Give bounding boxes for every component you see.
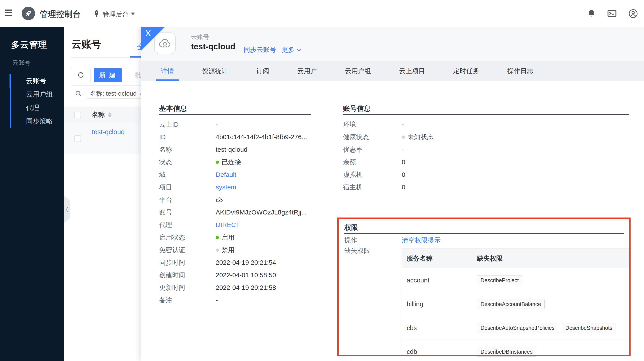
tab-订阅[interactable]: 订阅 (256, 61, 269, 81)
info-row: 健康状态未知状态 (343, 131, 629, 143)
service-name: cbs (402, 324, 476, 332)
info-value-link[interactable]: Default (216, 171, 236, 178)
tab-云用户[interactable]: 云用户 (297, 61, 317, 81)
sidebar-collapse-handle[interactable] (64, 196, 70, 223)
info-row: 环境- (343, 118, 629, 131)
info-label: 环境 (343, 120, 402, 129)
info-value: 禁用 (216, 246, 234, 255)
refresh-icon (77, 71, 85, 79)
topbar: 管理控制台 管理后台 (0, 0, 644, 27)
account-sub-value: - (92, 139, 125, 146)
tab-云上项目[interactable]: 云上项目 (399, 61, 425, 81)
tab-操作日志[interactable]: 操作日志 (507, 61, 533, 81)
info-label: 备注 (159, 296, 216, 305)
info-row: 更新时间2022-04-19 20:21:58 (159, 281, 311, 294)
permission-tag: DescribeDBInstances (477, 347, 536, 357)
account-avatar (154, 32, 176, 54)
account-info-title: 账号信息 (343, 104, 371, 113)
permission-row-billing: billingDescribeAccountBalance (402, 292, 629, 316)
user-avatar-icon[interactable] (628, 9, 638, 18)
permission-tags: DescribeDBInstances (476, 347, 629, 357)
info-row: 账号AKIDvf9MJzOWOzJL8gz4tRjj... (159, 206, 311, 219)
permission-tags: DescribeAccountBalance (476, 299, 629, 309)
sidebar-item-云用户组[interactable]: 云用户组 (0, 88, 64, 101)
page-title: 云账号 (72, 38, 101, 51)
detail-title: test-qcloud (191, 42, 236, 51)
close-icon[interactable]: X (145, 28, 151, 38)
permission-tags: DescribeAutoSnapshotPoliciesDescribeSnap… (476, 323, 629, 333)
cloud-icon (216, 197, 224, 203)
service-name: account (402, 277, 476, 284)
info-label: 项目 (159, 183, 216, 192)
info-value: test-qcloud (216, 146, 248, 153)
sync-account-link[interactable]: 同步云账号 (244, 45, 276, 54)
info-value: - (216, 297, 218, 304)
info-row: 状态已连接 (159, 156, 311, 168)
info-row: 项目system (159, 181, 311, 193)
info-row: 名称test-qcloud (159, 143, 311, 156)
info-value: 2022-04-19 20:21:58 (216, 284, 276, 291)
info-label: 更新时间 (159, 283, 216, 292)
rocket-logo-icon (24, 9, 32, 17)
tab-云用户组[interactable]: 云用户组 (345, 61, 371, 81)
clear-permission-hint-link[interactable]: 清空权限提示 (402, 236, 441, 245)
permissions-rule (344, 233, 624, 234)
info-value: 已连接 (216, 158, 241, 167)
basic-info-rule (159, 114, 311, 115)
create-button[interactable]: 新 建 (94, 68, 122, 82)
info-value-link[interactable]: system (216, 184, 236, 191)
info-value-link[interactable]: DIRECT (216, 221, 240, 229)
active-indicator (10, 74, 11, 88)
name-column-header[interactable]: 名称 (92, 110, 105, 119)
menu-icon[interactable] (5, 9, 12, 17)
info-label: 同步时间 (159, 258, 216, 267)
info-row: 优惠率- (343, 143, 629, 156)
info-row: 宿主机0 (343, 181, 629, 193)
info-value: - (216, 121, 218, 128)
info-label: 域 (159, 170, 216, 179)
sidebar-group-label[interactable]: 云账号 (12, 59, 30, 67)
sidebar-nav: 云账号云用户组代理同步策略 (0, 74, 64, 128)
tab-资源统计[interactable]: 资源统计 (202, 61, 228, 81)
sidebar-title: 多云管理 (11, 39, 48, 51)
detail-tabbar: 详情资源统计订阅云用户云用户组云上项目定时任务操作日志 (141, 61, 644, 81)
tab-定时任务[interactable]: 定时任务 (453, 61, 479, 81)
chevron-down-icon (297, 48, 302, 51)
workspace-rocket-icon (93, 9, 100, 18)
info-label: 宿主机 (343, 183, 402, 192)
workspace-switcher[interactable]: 管理后台 (103, 10, 129, 19)
row-checkbox[interactable] (74, 135, 81, 142)
info-value: 2022-04-01 10:58:50 (216, 271, 276, 279)
info-value: 4b01c144-14f2-4b1f-8fb9-276... (216, 133, 307, 141)
app-title: 管理控制台 (40, 9, 81, 20)
info-value: AKIDvf9MJzOWOzJL8gz4tRjj... (216, 209, 307, 216)
permission-tag: DescribeSnapshots (562, 323, 616, 333)
notifications-bell-icon[interactable] (587, 9, 596, 18)
detail-type-label: 云账号 (191, 33, 209, 41)
refresh-button[interactable] (71, 68, 91, 82)
permission-row-cdb: cdbDescribeDBInstances (402, 340, 629, 361)
sidebar-item-代理[interactable]: 代理 (0, 101, 64, 114)
nav-tree-line (10, 88, 11, 128)
info-label: 创建时间 (159, 271, 216, 280)
select-all-checkbox[interactable] (74, 112, 81, 118)
main-area: 云账号 全 新 建 批量 名称: test-qcloud × (64, 27, 644, 361)
service-name: billing (402, 300, 476, 308)
info-row: 启用状态启用 (159, 231, 311, 244)
sort-icon[interactable] (108, 112, 112, 117)
sidebar-item-同步策略[interactable]: 同步策略 (0, 114, 64, 128)
info-row: 域Default (159, 168, 311, 181)
service-name: cdb (402, 348, 476, 355)
search-filter-tag[interactable]: 名称: test-qcloud × (86, 89, 146, 99)
console-terminal-icon[interactable] (607, 9, 617, 18)
search-filter-tag-text: 名称: test-qcloud (90, 89, 137, 98)
info-label: 代理 (159, 221, 216, 229)
account-name-link[interactable]: test-qcloud (92, 128, 125, 136)
tab-详情[interactable]: 详情 (161, 61, 174, 81)
info-label: 名称 (159, 145, 216, 154)
basic-info-rows: 云上ID-ID4b01c144-14f2-4b1f-8fb9-276...名称t… (159, 118, 311, 307)
info-label: 启用状态 (159, 233, 216, 242)
info-row: 免密认证禁用 (159, 244, 311, 256)
more-menu[interactable]: 更多 (282, 45, 302, 54)
info-label: 健康状态 (343, 133, 402, 142)
